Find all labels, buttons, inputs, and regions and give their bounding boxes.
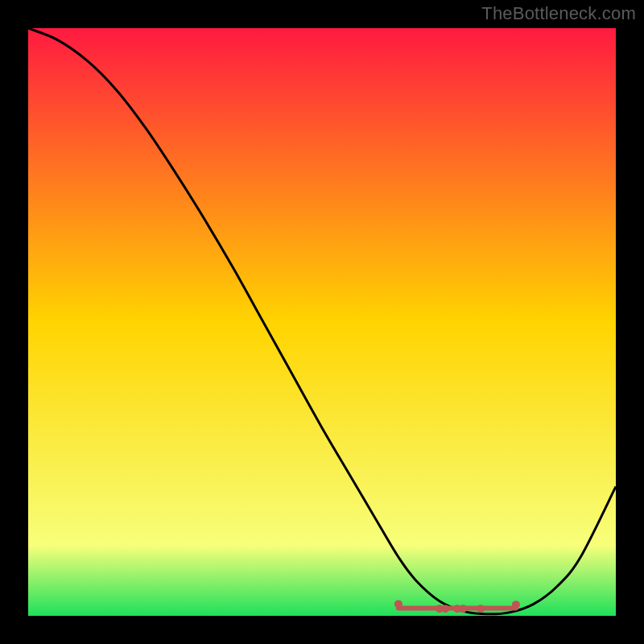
optimal-band-dot <box>477 605 485 613</box>
plot-area <box>28 28 616 616</box>
watermark-text: TheBottleneck.com <box>481 3 636 24</box>
chart-svg <box>28 28 616 616</box>
optimal-band-dot <box>459 605 467 613</box>
optimal-band-dot <box>394 600 402 608</box>
optimal-band-dot <box>441 605 449 613</box>
chart-frame: TheBottleneck.com <box>0 0 644 644</box>
optimal-band-dot <box>512 601 520 609</box>
gradient-background <box>28 28 616 616</box>
